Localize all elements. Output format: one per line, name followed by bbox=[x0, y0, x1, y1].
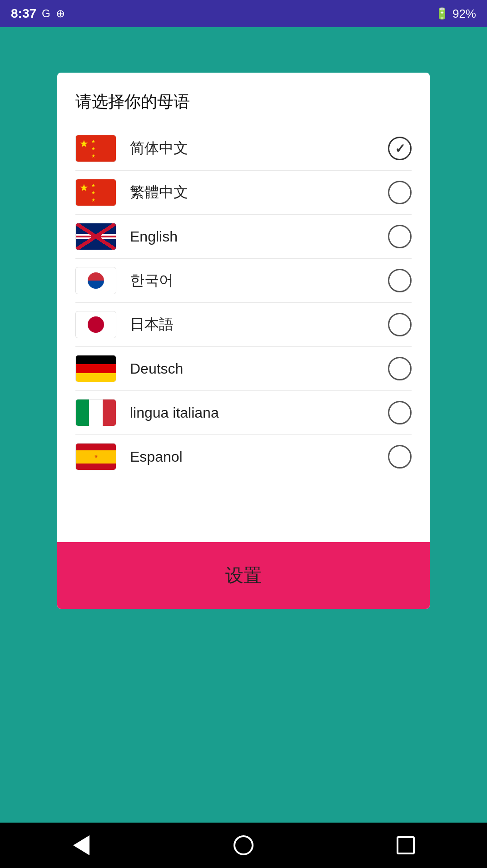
flag-stripe-green bbox=[76, 399, 89, 426]
flag-stripe-red bbox=[76, 364, 116, 373]
nav-bar bbox=[0, 823, 487, 868]
card-title: 请选择你的母语 bbox=[75, 91, 412, 113]
status-bar: 8:37 G ⊕ 🔋 92% bbox=[0, 0, 487, 27]
signal-icon: ⊕ bbox=[56, 7, 65, 20]
language-name-es: Espanol bbox=[130, 449, 388, 465]
main-area: 请选择你的母语 ★ ★★★★ 简体中文 ★ ★★★★ bbox=[0, 27, 487, 823]
spain-emblem: ⚜ bbox=[94, 454, 99, 460]
flag-kr bbox=[75, 267, 116, 294]
list-item[interactable]: 日本語 bbox=[75, 303, 412, 347]
flag-stripe-black bbox=[76, 355, 116, 364]
flag-china: ★ ★★★★ bbox=[75, 135, 116, 162]
language-name-zh-hans: 简体中文 bbox=[130, 138, 388, 158]
nav-home-button[interactable] bbox=[228, 829, 259, 861]
language-name-de: Deutsch bbox=[130, 360, 388, 377]
flag-stripe-gold bbox=[76, 373, 116, 382]
status-left: 8:37 G ⊕ bbox=[11, 6, 65, 21]
list-item[interactable]: Deutsch bbox=[75, 347, 412, 391]
google-icon: G bbox=[42, 7, 50, 20]
flag-stripe-white bbox=[89, 399, 102, 426]
language-selection-card: 请选择你的母语 ★ ★★★★ 简体中文 ★ ★★★★ bbox=[57, 73, 430, 609]
list-item[interactable]: English bbox=[75, 215, 412, 259]
list-item[interactable]: ★ ★★★★ 简体中文 bbox=[75, 127, 412, 171]
home-icon bbox=[234, 835, 253, 855]
flag-uk bbox=[75, 223, 116, 250]
status-right: 🔋 92% bbox=[435, 7, 476, 21]
language-name-zh-hant: 繁體中文 bbox=[130, 182, 388, 202]
radio-ja[interactable] bbox=[388, 313, 412, 336]
radio-zh-hant[interactable] bbox=[388, 181, 412, 204]
flag-stripe-yellow: ⚜ bbox=[76, 450, 116, 464]
back-icon bbox=[73, 835, 89, 855]
nav-recent-button[interactable] bbox=[390, 829, 422, 861]
list-item[interactable]: ★ ★★★★ 繁體中文 bbox=[75, 171, 412, 215]
nav-back-button[interactable] bbox=[65, 829, 97, 861]
flag-stripe-red-it bbox=[103, 399, 116, 426]
korea-circle bbox=[88, 272, 104, 289]
flag-de bbox=[75, 355, 116, 382]
status-time: 8:37 bbox=[11, 6, 36, 21]
radio-es[interactable] bbox=[388, 445, 412, 469]
card-content: 请选择你的母语 ★ ★★★★ 简体中文 ★ ★★★★ bbox=[57, 73, 430, 542]
recent-icon bbox=[397, 836, 415, 854]
radio-en[interactable] bbox=[388, 225, 412, 248]
flag-stripe-red-bottom bbox=[76, 464, 116, 470]
set-button-label: 设置 bbox=[225, 565, 262, 585]
japan-circle bbox=[88, 316, 104, 333]
battery-level: 92% bbox=[452, 7, 476, 21]
radio-it[interactable] bbox=[388, 401, 412, 424]
radio-ko[interactable] bbox=[388, 269, 412, 292]
radio-zh-hans[interactable] bbox=[388, 137, 412, 160]
card-spacer bbox=[75, 478, 412, 533]
language-name-ja: 日本語 bbox=[130, 315, 388, 335]
list-item[interactable]: lingua italiana bbox=[75, 391, 412, 435]
flag-jp bbox=[75, 311, 116, 338]
language-name-it: lingua italiana bbox=[130, 404, 388, 421]
language-name-en: English bbox=[130, 228, 388, 245]
set-button[interactable]: 设置 bbox=[57, 542, 430, 609]
radio-de[interactable] bbox=[388, 357, 412, 380]
battery-icon: 🔋 bbox=[435, 7, 449, 20]
list-item[interactable]: 한국어 bbox=[75, 259, 412, 303]
flag-china-tw: ★ ★★★★ bbox=[75, 179, 116, 206]
flag-stripe-red-top bbox=[76, 444, 116, 450]
flag-it bbox=[75, 399, 116, 426]
flag-es: ⚜ bbox=[75, 443, 116, 470]
list-item[interactable]: ⚜ Espanol bbox=[75, 435, 412, 478]
language-list: ★ ★★★★ 简体中文 ★ ★★★★ 繁體中文 bbox=[75, 127, 412, 478]
language-name-ko: 한국어 bbox=[130, 271, 388, 291]
